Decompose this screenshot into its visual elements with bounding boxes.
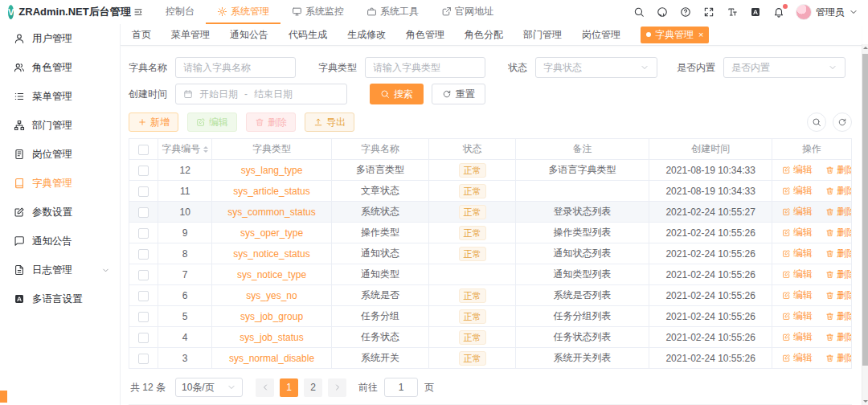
row-checkbox[interactable] xyxy=(138,291,149,301)
row-edit-button[interactable]: 编辑 xyxy=(782,330,813,344)
vertical-scrollbar[interactable] xyxy=(862,44,868,405)
row-edit-button[interactable]: 编辑 xyxy=(782,205,813,219)
translate-button[interactable] xyxy=(750,6,761,18)
row-edit-button[interactable]: 编辑 xyxy=(782,226,813,239)
row-delete-button[interactable]: 删除 xyxy=(825,351,851,365)
row-checkbox[interactable] xyxy=(138,270,149,280)
prev-page-button[interactable] xyxy=(256,378,274,397)
row-edit-button[interactable]: 编辑 xyxy=(782,288,813,302)
sidebar-item-日志管理[interactable]: 日志管理 xyxy=(0,256,120,284)
dict-type-link[interactable]: sys_article_status xyxy=(233,186,309,197)
tab-岗位管理[interactable]: 岗位管理 xyxy=(582,28,620,42)
dict-type-link[interactable]: sys_yes_no xyxy=(246,290,297,301)
row-delete-button[interactable]: 删除 xyxy=(825,309,851,323)
row-edit-button[interactable]: 编辑 xyxy=(782,247,813,260)
tab-角色管理[interactable]: 角色管理 xyxy=(406,28,444,42)
row-checkbox[interactable] xyxy=(138,207,149,218)
row-checkbox[interactable] xyxy=(138,354,149,364)
close-tab-icon[interactable]: × xyxy=(698,30,703,39)
row-delete-button[interactable]: 删除 xyxy=(825,288,851,302)
sidebar-item-字典管理[interactable]: 字典管理 xyxy=(0,169,120,198)
dict-name-input[interactable] xyxy=(175,57,296,78)
sidebar-item-参数设置[interactable]: 参数设置 xyxy=(0,198,120,227)
sidebar-item-用户管理[interactable]: 用户管理 xyxy=(0,24,120,53)
goto-page-input[interactable] xyxy=(384,378,418,397)
tab-首页[interactable]: 首页 xyxy=(132,28,151,42)
nav-item-系统管理[interactable]: 系统管理 xyxy=(206,0,280,24)
sidebar-item-多语言设置[interactable]: 多语言设置 xyxy=(0,284,120,313)
dict-type-link[interactable]: sys_job_group xyxy=(240,311,303,322)
bell-button[interactable] xyxy=(773,6,784,18)
sidebar-item-通知公告[interactable]: 通知公告 xyxy=(0,227,120,256)
sort-icon[interactable] xyxy=(203,146,208,153)
tab-菜单管理[interactable]: 菜单管理 xyxy=(171,28,210,42)
scroll-down-arrow[interactable] xyxy=(863,400,868,403)
tab-字典管理[interactable]: 字典管理× xyxy=(641,27,709,43)
row-checkbox[interactable] xyxy=(138,228,149,239)
refresh-table-button[interactable] xyxy=(833,112,852,132)
search-button[interactable]: 搜索 xyxy=(370,84,424,104)
row-checkbox[interactable] xyxy=(138,249,149,260)
row-edit-button[interactable]: 编辑 xyxy=(782,351,813,365)
export-button[interactable]: 导出 xyxy=(305,112,354,132)
fullscreen-button[interactable] xyxy=(703,6,714,18)
sidebar-item-岗位管理[interactable]: 岗位管理 xyxy=(0,140,120,169)
dict-type-link[interactable]: sys_normal_disable xyxy=(229,353,314,364)
column-header-id[interactable]: 字典编号 xyxy=(158,139,211,160)
collapse-sidebar-button[interactable] xyxy=(133,7,143,17)
tab-部门管理[interactable]: 部门管理 xyxy=(523,28,562,42)
tab-代码生成[interactable]: 代码生成 xyxy=(289,28,327,42)
dict-type-link[interactable]: sys_lang_type xyxy=(241,165,303,176)
dict-type-link[interactable]: sys_common_status xyxy=(227,207,315,218)
sidebar-item-角色管理[interactable]: 角色管理 xyxy=(0,53,120,82)
help-button[interactable] xyxy=(680,6,691,18)
sidebar-item-部门管理[interactable]: 部门管理 xyxy=(0,111,120,140)
search-button[interactable] xyxy=(633,6,645,18)
dict-type-input[interactable] xyxy=(365,57,485,78)
row-checkbox[interactable] xyxy=(138,186,149,197)
font-size-button[interactable] xyxy=(727,6,738,18)
row-delete-button[interactable]: 删除 xyxy=(825,268,851,281)
reset-button[interactable]: 重置 xyxy=(432,84,485,104)
row-delete-button[interactable]: 删除 xyxy=(825,330,851,344)
edit-button[interactable]: 编辑 xyxy=(187,112,237,132)
logo[interactable]: V ZRAdmin.NET后台管理 xyxy=(0,5,121,19)
tab-通知公告[interactable]: 通知公告 xyxy=(230,28,268,42)
delete-button[interactable]: 删除 xyxy=(246,112,296,132)
dict-type-link[interactable]: sys_notice_status xyxy=(233,248,309,260)
tab-角色分配[interactable]: 角色分配 xyxy=(465,28,503,42)
dict-type-link[interactable]: sys_oper_type xyxy=(240,227,303,239)
nav-item-控制台[interactable]: 控制台 xyxy=(154,0,206,24)
dict-type-link[interactable]: sys_notice_type xyxy=(237,269,306,280)
date-range-picker[interactable]: 开始日期 - 结束日期 xyxy=(175,84,347,104)
row-delete-button[interactable]: 删除 xyxy=(825,184,851,198)
show-search-button[interactable] xyxy=(807,112,826,132)
dict-type-link[interactable]: sys_job_status xyxy=(240,332,303,343)
row-checkbox[interactable] xyxy=(138,333,149,343)
row-edit-button[interactable]: 编辑 xyxy=(782,163,813,177)
row-delete-button[interactable]: 删除 xyxy=(825,163,851,177)
user-menu[interactable]: 管理员 xyxy=(796,4,858,20)
row-delete-button[interactable]: 删除 xyxy=(825,205,851,219)
row-edit-button[interactable]: 编辑 xyxy=(782,268,813,281)
row-checkbox[interactable] xyxy=(138,312,149,322)
page-button-2[interactable]: 2 xyxy=(304,378,322,397)
tab-生成修改[interactable]: 生成修改 xyxy=(347,28,386,42)
sidebar-item-菜单管理[interactable]: 菜单管理 xyxy=(0,82,120,111)
row-edit-button[interactable]: 编辑 xyxy=(782,184,813,198)
builtin-select[interactable]: 是否内置 xyxy=(723,57,845,78)
select-all-checkbox[interactable] xyxy=(138,145,149,155)
row-delete-button[interactable]: 删除 xyxy=(825,226,851,239)
scroll-up-arrow[interactable] xyxy=(863,47,868,49)
page-size-select[interactable]: 10条/页 xyxy=(175,378,243,397)
scrollbar-thumb[interactable] xyxy=(862,54,868,366)
theme-settings-handle[interactable] xyxy=(0,391,7,403)
row-edit-button[interactable]: 编辑 xyxy=(782,309,813,323)
next-page-button[interactable] xyxy=(328,378,346,397)
page-button-1[interactable]: 1 xyxy=(280,378,298,397)
nav-item-官网地址[interactable]: 官网地址 xyxy=(430,0,505,24)
row-delete-button[interactable]: 删除 xyxy=(825,247,851,260)
github-button[interactable] xyxy=(657,6,668,18)
add-button[interactable]: 新增 xyxy=(129,112,178,132)
row-checkbox[interactable] xyxy=(138,166,149,176)
